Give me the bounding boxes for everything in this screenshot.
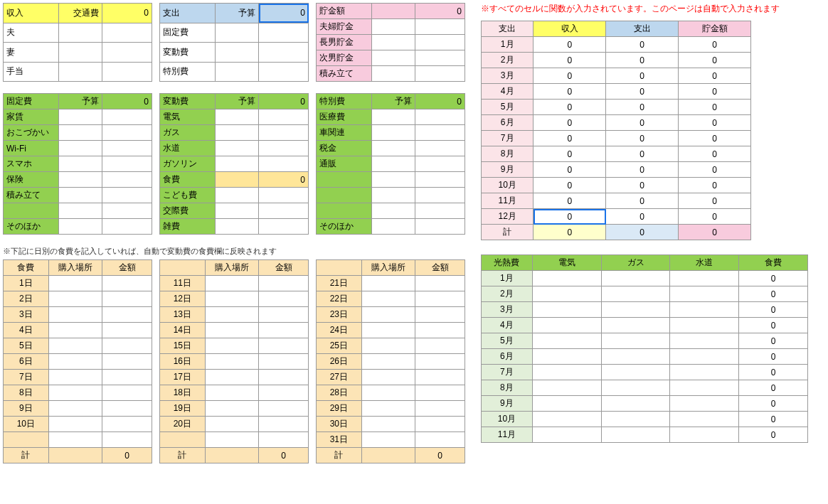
- util-elec-cell[interactable]: [532, 380, 601, 396]
- util-gas-cell[interactable]: [601, 271, 670, 286]
- summary-income-cell[interactable]: 0: [534, 209, 606, 225]
- daily-amount-cell[interactable]: [415, 354, 465, 370]
- daily-amount-cell[interactable]: [102, 291, 152, 307]
- util-elec-cell[interactable]: [532, 318, 601, 333]
- summary-expense-cell[interactable]: 0: [606, 209, 679, 225]
- daily-place-cell[interactable]: [48, 291, 102, 307]
- util-water-cell[interactable]: [670, 286, 739, 302]
- summary-expense-cell[interactable]: 0: [606, 178, 679, 193]
- cell[interactable]: [415, 50, 465, 66]
- cell[interactable]: [415, 35, 465, 50]
- summary-savings-cell[interactable]: 0: [679, 100, 751, 115]
- daily-amount-cell[interactable]: [102, 338, 152, 354]
- daily-amount-cell[interactable]: [415, 432, 465, 448]
- daily-place-cell[interactable]: [48, 338, 102, 354]
- util-gas-cell[interactable]: [601, 286, 670, 302]
- daily-place-cell[interactable]: [361, 385, 415, 401]
- daily-amount-cell[interactable]: [259, 307, 309, 323]
- daily-place-cell[interactable]: [48, 354, 102, 370]
- summary-savings-cell[interactable]: 0: [679, 84, 751, 100]
- cell[interactable]: [102, 23, 152, 43]
- daily-place-cell[interactable]: [48, 323, 102, 338]
- summary-expense-cell[interactable]: 0: [606, 162, 679, 178]
- daily-amount-cell[interactable]: [259, 323, 309, 338]
- daily-amount-cell[interactable]: [259, 338, 309, 354]
- cell[interactable]: [415, 19, 465, 35]
- summary-savings-cell[interactable]: 0: [679, 68, 751, 84]
- summary-expense-cell[interactable]: 0: [606, 53, 679, 68]
- util-gas-cell[interactable]: [601, 365, 670, 380]
- util-elec-cell[interactable]: [532, 365, 601, 380]
- util-gas-cell[interactable]: [601, 427, 670, 443]
- summary-expense-cell[interactable]: 0: [606, 84, 679, 100]
- util-food-cell[interactable]: 0: [739, 427, 808, 443]
- summary-expense-cell[interactable]: 0: [606, 68, 679, 84]
- income-subvalue[interactable]: 0: [102, 4, 152, 23]
- daily-amount-cell[interactable]: [415, 291, 465, 307]
- summary-savings-cell[interactable]: 0: [679, 146, 751, 162]
- util-water-cell[interactable]: [670, 396, 739, 412]
- cell[interactable]: [215, 23, 259, 43]
- fixed-budget-value[interactable]: 0: [102, 94, 152, 109]
- cell[interactable]: [371, 35, 415, 50]
- daily-amount-cell[interactable]: [415, 401, 465, 417]
- summary-expense-cell[interactable]: 0: [606, 100, 679, 115]
- daily-amount-cell[interactable]: [259, 370, 309, 385]
- util-water-cell[interactable]: [670, 271, 739, 286]
- daily-place-cell[interactable]: [48, 385, 102, 401]
- summary-income-cell[interactable]: 0: [534, 131, 606, 146]
- daily-place-cell[interactable]: [361, 291, 415, 307]
- daily-place-cell[interactable]: [361, 432, 415, 448]
- summary-income-cell[interactable]: 0: [534, 100, 606, 115]
- summary-income-cell[interactable]: 0: [534, 84, 606, 100]
- summary-income-cell[interactable]: 0: [534, 146, 606, 162]
- util-food-cell[interactable]: 0: [739, 318, 808, 333]
- daily-amount-cell[interactable]: [259, 276, 309, 291]
- daily-amount-cell[interactable]: [259, 354, 309, 370]
- util-food-cell[interactable]: 0: [739, 302, 808, 318]
- util-gas-cell[interactable]: [601, 333, 670, 349]
- util-water-cell[interactable]: [670, 380, 739, 396]
- cell[interactable]: [58, 23, 102, 43]
- util-elec-cell[interactable]: [532, 427, 601, 443]
- cell[interactable]: [259, 62, 309, 82]
- summary-savings-cell[interactable]: 0: [679, 193, 751, 209]
- cell[interactable]: [58, 43, 102, 63]
- daily-place-cell[interactable]: [48, 417, 102, 432]
- daily-amount-cell[interactable]: [415, 323, 465, 338]
- cell[interactable]: [102, 62, 152, 82]
- daily-place-cell[interactable]: [48, 276, 102, 291]
- cell[interactable]: [259, 43, 309, 63]
- daily-amount-cell[interactable]: [415, 307, 465, 323]
- util-elec-cell[interactable]: [532, 349, 601, 365]
- daily-place-cell[interactable]: [48, 370, 102, 385]
- expense-budget-value[interactable]: 0: [259, 4, 309, 23]
- cell[interactable]: [58, 62, 102, 82]
- util-water-cell[interactable]: [670, 333, 739, 349]
- util-water-cell[interactable]: [670, 412, 739, 427]
- summary-savings-cell[interactable]: 0: [679, 178, 751, 193]
- variable-budget-value[interactable]: 0: [259, 94, 309, 109]
- daily-amount-cell[interactable]: [259, 401, 309, 417]
- util-food-cell[interactable]: 0: [739, 412, 808, 427]
- util-gas-cell[interactable]: [601, 349, 670, 365]
- daily-amount-cell[interactable]: [415, 338, 465, 354]
- daily-amount-cell[interactable]: [259, 291, 309, 307]
- daily-amount-cell[interactable]: [102, 370, 152, 385]
- summary-savings-cell[interactable]: 0: [679, 115, 751, 131]
- daily-place-cell[interactable]: [361, 338, 415, 354]
- cell[interactable]: [215, 43, 259, 63]
- util-food-cell[interactable]: 0: [739, 396, 808, 412]
- cell[interactable]: [371, 66, 415, 82]
- daily-place-cell[interactable]: [361, 354, 415, 370]
- summary-income-cell[interactable]: 0: [534, 68, 606, 84]
- summary-expense-cell[interactable]: 0: [606, 131, 679, 146]
- daily-place-cell[interactable]: [361, 401, 415, 417]
- daily-place-cell[interactable]: [48, 401, 102, 417]
- variable-food-value[interactable]: 0: [259, 172, 309, 188]
- daily-place-cell[interactable]: [361, 417, 415, 432]
- daily-amount-cell[interactable]: [415, 276, 465, 291]
- daily-place-cell[interactable]: [205, 323, 259, 338]
- util-water-cell[interactable]: [670, 302, 739, 318]
- daily-place-cell[interactable]: [205, 417, 259, 432]
